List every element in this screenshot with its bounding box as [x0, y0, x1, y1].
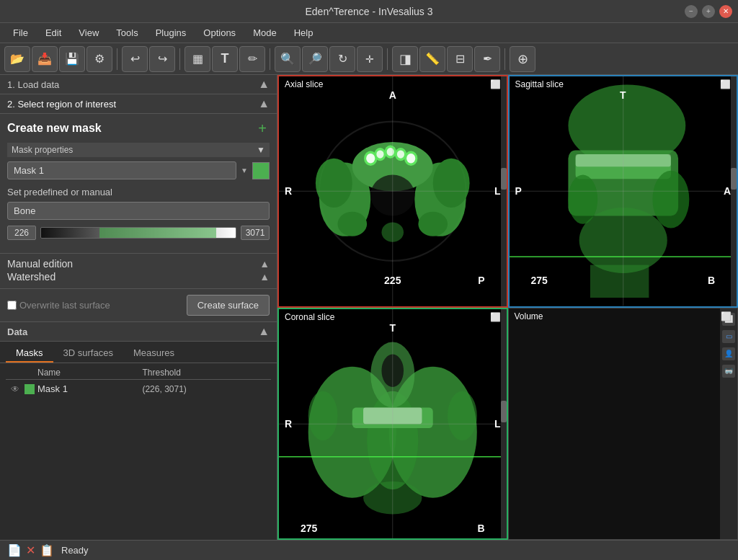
overwrite-checkbox[interactable] — [7, 301, 17, 310]
sagittal-expand-icon[interactable]: ⬜ — [720, 79, 731, 89]
import-button[interactable]: 📂 — [4, 46, 30, 72]
left-panel: 1. Load data ▲ 2. Select region of inter… — [0, 75, 277, 540]
table-row[interactable]: 👁 Mask 1 (226, 3071) — [6, 381, 271, 396]
mask-name-dropdown[interactable]: Mask 1 — [7, 161, 236, 179]
import-dicom-button[interactable]: 📥 — [32, 46, 58, 72]
coronal-ct-image — [279, 309, 507, 539]
volume-expand-icon[interactable]: ⬜ — [721, 311, 732, 321]
toolbar: 📂 📥 💾 ⚙ ↩ ↪ ▦ T ✏ 🔍 🔎 ↻ ✛ ◨ 📏 ⊟ ✒ ⊕ — [0, 43, 738, 75]
sagittal-slice-panel[interactable]: Sagittal slice ⬜ T P A 275 B — [508, 75, 739, 308]
coronal-bottom-num: 275 — [301, 523, 317, 534]
mask-color-box[interactable] — [252, 162, 270, 179]
copy-icon[interactable]: 📋 — [40, 543, 54, 557]
sagittal-orient-left: P — [515, 185, 522, 197]
zoom-out-button[interactable]: 🔎 — [302, 46, 328, 72]
create-surface-button[interactable]: Create surface — [187, 295, 270, 316]
eye-icon[interactable]: 👁 — [9, 384, 22, 394]
pencil2-button[interactable]: ✒ — [474, 46, 500, 72]
coronal-expand-icon[interactable]: ⬜ — [490, 312, 501, 322]
volume-sidebar: ⬜ ▭ 👤 🥽 — [720, 308, 737, 540]
sagittal-scrollbar[interactable] — [731, 76, 737, 306]
layout-button[interactable]: ▦ — [184, 46, 210, 72]
coronal-orient-left: R — [285, 418, 292, 430]
data-table: Name Threshold 👁 Mask 1 (226, 3071) — [0, 363, 277, 399]
toolbar-separator-3 — [270, 48, 270, 70]
coronal-scrollbar[interactable] — [501, 309, 507, 539]
coronal-orient-top: T — [389, 322, 396, 334]
add-mask-button[interactable]: + — [255, 121, 270, 135]
menu-item-edit[interactable]: Edit — [38, 26, 68, 40]
slice-button[interactable]: ⊟ — [447, 46, 473, 72]
bone-preset-dropdown[interactable]: Bone Soft Tissue Custom — [7, 202, 270, 220]
save-button[interactable]: 💾 — [59, 46, 85, 72]
vol-icon-person[interactable]: 👤 — [722, 347, 735, 360]
close-button[interactable]: ✕ — [719, 5, 732, 18]
text-button[interactable]: T — [212, 46, 238, 72]
rotate-button[interactable]: ↻ — [329, 46, 355, 72]
move-button[interactable]: ✛ — [357, 46, 383, 72]
delete-icon[interactable]: ✕ — [26, 543, 35, 557]
svg-point-18 — [387, 148, 394, 156]
menu-item-mode[interactable]: Mode — [246, 26, 284, 40]
maximize-button[interactable]: + — [702, 5, 715, 18]
data-expand[interactable]: ▲ — [258, 325, 270, 338]
watershed-expand[interactable]: ▲ — [259, 271, 270, 283]
sagittal-ct-image — [510, 76, 737, 306]
right-content: Axial slice ⬜ A R L 225 P — [277, 75, 738, 540]
tab-measures[interactable]: Measures — [123, 345, 184, 363]
ruler-button[interactable]: 📏 — [419, 46, 445, 72]
menu-item-tools[interactable]: Tools — [109, 26, 145, 40]
axial-slice-label: Axial slice — [285, 79, 323, 89]
svg-point-3 — [316, 159, 352, 208]
manual-edition-expand[interactable]: ▲ — [259, 258, 270, 270]
mask-row-threshold: (226, 3071) — [142, 384, 268, 394]
create-mask-panel: Create new mask + Mask properties ▼ Mask… — [0, 114, 277, 254]
volume-view — [509, 308, 738, 540]
step1-expand[interactable]: ▲ — [258, 78, 270, 91]
sagittal-slice-label: Sagittal slice — [515, 79, 564, 89]
svg-point-44 — [448, 391, 477, 440]
menu-item-options[interactable]: Options — [196, 26, 243, 40]
minimize-button[interactable]: − — [685, 5, 698, 18]
threshold-max-input[interactable]: 3071 — [241, 226, 270, 240]
new-file-icon[interactable]: 📄 — [7, 543, 22, 557]
manual-edition-section: Manual edition ▲ Watershed ▲ — [0, 254, 277, 289]
col-threshold-header: Threshold — [142, 368, 268, 378]
manual-edition-label: Manual edition — [7, 258, 73, 270]
menu-item-help[interactable]: Help — [287, 26, 321, 40]
coronal-slice-panel[interactable]: Coronal slice ⬜ T R L 275 B — [277, 308, 508, 541]
axial-slice-panel[interactable]: Axial slice ⬜ A R L 225 P — [277, 75, 508, 308]
redo-button[interactable]: ↪ — [149, 46, 175, 72]
menu-item-plugins[interactable]: Plugins — [148, 26, 194, 40]
mask-add-button[interactable]: ⊕ — [510, 46, 535, 72]
step2-expand[interactable]: ▲ — [258, 97, 270, 110]
axial-orient-bottom: P — [478, 275, 484, 286]
vol-icon-glasses[interactable]: 🥽 — [722, 365, 735, 378]
data-section: Data ▲ Masks 3D surfaces Measures Name T… — [0, 322, 277, 540]
status-icons: 📄 ✕ 📋 — [7, 543, 54, 557]
svg-point-13 — [337, 212, 367, 236]
tab-masks[interactable]: Masks — [6, 345, 53, 363]
axial-scrollbar[interactable] — [501, 76, 507, 306]
contrast-button[interactable]: ◨ — [392, 46, 418, 72]
threshold-track[interactable] — [40, 227, 236, 239]
table-header-row: Name Threshold — [6, 366, 271, 380]
undo-button[interactable]: ↩ — [122, 46, 148, 72]
volume-panel: Volume ⬜ ⬜ ▭ 👤 🥽 — [508, 308, 739, 541]
zoom-in-button[interactable]: 🔍 — [275, 46, 301, 72]
threshold-min-input[interactable]: 226 — [7, 226, 36, 240]
pencil-button[interactable]: ✏ — [239, 46, 265, 72]
coronal-scrollbar-thumb — [501, 401, 507, 422]
watershed-label: Watershed — [7, 271, 55, 283]
vol-icon-2[interactable]: ▭ — [722, 330, 735, 343]
menu-item-view[interactable]: View — [71, 26, 106, 40]
svg-rect-49 — [509, 308, 738, 540]
settings-button[interactable]: ⚙ — [86, 46, 112, 72]
volume-label: Volume — [515, 311, 543, 321]
mask-row-name: Mask 1 — [37, 383, 142, 394]
menu-item-file[interactable]: File — [6, 26, 35, 40]
titlebar: Eden^Terence - InVesalius 3 − + ✕ — [0, 0, 738, 23]
threshold-slider-container — [40, 226, 236, 239]
tab-3dsurfaces[interactable]: 3D surfaces — [53, 345, 123, 363]
axial-expand-icon[interactable]: ⬜ — [490, 79, 501, 89]
